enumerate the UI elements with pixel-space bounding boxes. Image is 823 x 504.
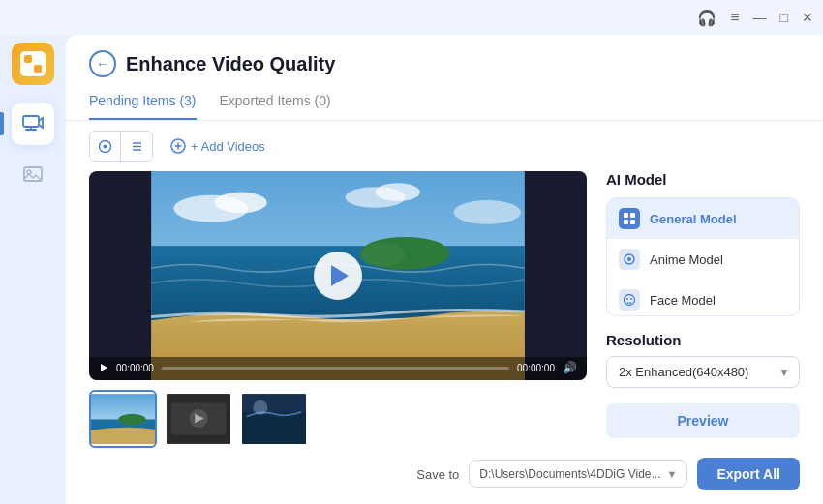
add-videos-button[interactable]: + Add Videos [161, 133, 275, 159]
save-to-label: Save to [416, 467, 459, 482]
grid-view-button[interactable] [90, 132, 121, 161]
thumbnail-3[interactable] [240, 390, 308, 448]
svg-rect-33 [624, 213, 628, 218]
svg-rect-31 [242, 412, 306, 444]
face-model-label: Face Model [650, 293, 716, 308]
thumbnail-1[interactable] [89, 390, 157, 448]
title-bar: 🎧 ≡ — □ ✕ [0, 0, 823, 35]
thumbnail-strip [89, 390, 587, 448]
tab-exported[interactable]: Exported Items (0) [220, 87, 331, 120]
svg-rect-0 [23, 116, 39, 127]
play-button[interactable] [314, 252, 362, 300]
sidebar-item-photo[interactable] [12, 153, 54, 195]
content-area: 00:00:00 00:00:00 🔊 [66, 171, 823, 448]
resolution-select[interactable]: 2x Enhanced(640x480) 4x Enhanced(1280x96… [606, 356, 800, 388]
model-item-face[interactable]: Face Model [607, 280, 799, 316]
svg-point-21 [360, 243, 405, 267]
model-item-anime[interactable]: Anime Model [607, 239, 799, 280]
svg-point-38 [627, 257, 631, 261]
progress-track[interactable] [162, 367, 509, 370]
right-panel: AI Model General Model Anime Model [606, 171, 800, 448]
preview-button[interactable]: Preview [606, 403, 800, 438]
model-item-general[interactable]: General Model [607, 198, 799, 239]
volume-icon[interactable]: 🔊 [563, 361, 577, 374]
resolution-select-wrapper[interactable]: 2x Enhanced(640x480) 4x Enhanced(1280x96… [606, 356, 800, 388]
back-button[interactable]: ← [89, 50, 116, 77]
face-model-icon [619, 289, 640, 311]
svg-point-18 [454, 200, 521, 224]
ai-model-title: AI Model [606, 171, 800, 188]
anime-model-label: Anime Model [650, 252, 723, 267]
svg-rect-35 [624, 220, 628, 224]
play-icon-small [99, 363, 108, 372]
app-logo [12, 43, 54, 85]
svg-point-25 [118, 414, 145, 425]
menu-icon[interactable]: ≡ [730, 9, 739, 26]
time-right: 00:00:00 [517, 363, 555, 373]
sidebar [0, 35, 66, 504]
thumbnail-2[interactable] [165, 390, 232, 448]
tab-bar: Pending Items (3) Exported Items (0) [66, 77, 823, 121]
svg-point-17 [376, 183, 420, 201]
headphones-icon[interactable]: 🎧 [697, 9, 716, 27]
svg-point-15 [215, 193, 267, 214]
maximize-icon[interactable]: □ [780, 10, 788, 25]
main-content: ← Enhance Video Quality Pending Items (3… [66, 35, 823, 504]
list-view-button[interactable] [121, 132, 152, 161]
footer: Save to D:\Users\Documents\4DDiG Vide...… [66, 448, 823, 504]
svg-point-41 [630, 298, 632, 300]
svg-rect-36 [630, 220, 635, 224]
view-toggle-group [89, 131, 153, 162]
page-title: Enhance Video Quality [126, 53, 335, 75]
minimize-icon[interactable]: — [753, 10, 767, 25]
save-path-text: D:\Users\Documents\4DDiG Vide... [479, 467, 660, 481]
svg-point-6 [104, 144, 107, 148]
video-progress-bar: 00:00:00 00:00:00 🔊 [89, 357, 587, 380]
video-section: 00:00:00 00:00:00 🔊 [89, 171, 587, 448]
svg-point-40 [626, 298, 628, 300]
video-player[interactable]: 00:00:00 00:00:00 🔊 [89, 171, 587, 380]
close-icon[interactable]: ✕ [802, 10, 813, 25]
toolbar: + Add Videos [66, 121, 823, 171]
export-all-button[interactable]: Export All [697, 458, 800, 490]
title-bar-icons: 🎧 ≡ — □ ✕ [697, 9, 813, 27]
sidebar-item-video-enhance[interactable] [12, 103, 54, 145]
svg-point-32 [253, 400, 267, 415]
save-path-chevron-icon: ▼ [667, 468, 678, 480]
app-layout: ← Enhance Video Quality Pending Items (3… [0, 35, 823, 504]
anime-model-icon [619, 249, 640, 270]
resolution-title: Resolution [606, 332, 800, 348]
tab-pending[interactable]: Pending Items (3) [89, 87, 197, 120]
add-videos-label: + Add Videos [191, 139, 265, 154]
general-model-label: General Model [650, 212, 737, 226]
svg-marker-22 [101, 364, 107, 371]
general-model-icon [619, 208, 640, 229]
time-left: 00:00:00 [116, 363, 154, 373]
svg-rect-34 [630, 213, 635, 218]
save-path-select[interactable]: D:\Users\Documents\4DDiG Vide... ▼ [469, 460, 687, 488]
ai-model-list: General Model Anime Model Face Model [606, 197, 800, 316]
page-header: ← Enhance Video Quality [66, 35, 823, 77]
